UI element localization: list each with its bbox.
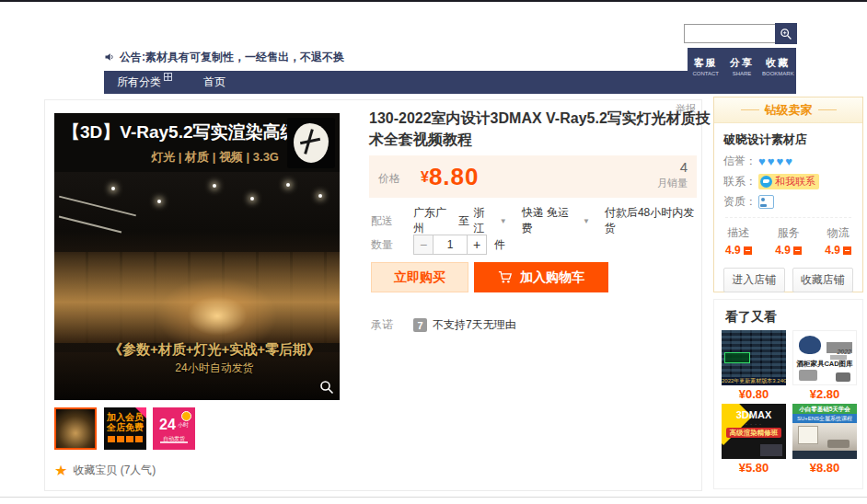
contact-sublabel: CONTACT [688, 71, 723, 76]
monthly-sales: 4 月销量 [657, 159, 688, 190]
gallery-thumbnail-selected[interactable] [54, 407, 97, 450]
zoom-icon[interactable] [319, 380, 334, 395]
furniture-shape [836, 372, 850, 382]
quantity-unit: 件 [494, 237, 505, 253]
related-thumb-caption: 2022年更新素材版本3.24G [722, 377, 786, 385]
credit-label: 信誉： [723, 154, 757, 169]
nav-all-categories-label: 所有分类 [117, 74, 161, 90]
share-label: 分享 [723, 56, 759, 70]
thumb-auto-big: 24 [159, 417, 176, 433]
shop-name[interactable]: 破晓设计素材店 [723, 132, 853, 148]
promise-row: 承诺 7 不支持7天无理由 [371, 317, 516, 333]
promise-text: 不支持7天无理由 [433, 317, 516, 333]
quantity-minus-button[interactable]: − [413, 235, 434, 255]
bookmark-button[interactable]: 收藏 BOOKMARK [760, 48, 796, 94]
related-item-3[interactable]: 3DMAX · · · · 高级渲染精修班 ¥5.80 [722, 404, 786, 477]
ceiling-spotlight [213, 184, 216, 188]
image-bottom-captions: 《参数+材质+灯光+实战+零后期》 24小时自动发货 [91, 341, 338, 376]
search-input[interactable] [684, 24, 777, 43]
star-icon[interactable]: ★ [54, 464, 67, 478]
share-button[interactable]: 分享 SHARE [723, 48, 759, 94]
top-divider [0, 0, 867, 2]
thumb-year: 2022 [837, 349, 851, 355]
monthly-sales-value: 4 [657, 159, 688, 175]
share-sublabel: SHARE [723, 71, 759, 76]
currency-symbol: ¥ [421, 169, 429, 185]
contact-button[interactable]: 客服 CONTACT [688, 48, 723, 94]
contact-label: 客服 [688, 56, 723, 70]
favorite-item-row: ★ 收藏宝贝 (7人气) [54, 463, 156, 478]
delivery-region-select[interactable]: 广东广州 至 浙江 ▼ [413, 205, 509, 236]
related-item-4[interactable]: 小白零基础5天学会 SU+ENS全屋系统课程 ¥8.80 [792, 404, 857, 477]
tiny-subtitle-texture: · · · · [722, 421, 786, 427]
enter-shop-button[interactable]: 进入店铺 [723, 268, 785, 292]
monthly-sales-label: 月销量 [657, 177, 688, 190]
shipping-select[interactable]: 快递 免运费 ▼ [522, 205, 592, 236]
green-label-block [724, 352, 750, 363]
nav-all-categories[interactable]: 所有分类 [117, 74, 172, 90]
related-price: ¥2.80 [792, 387, 857, 401]
price-label: 价格 [378, 171, 400, 187]
clock-badge-icon [181, 411, 191, 421]
related-thumb-3: 3DMAX · · · · 高级渲染精修班 [722, 404, 786, 459]
related-thumb-title: 酒柜家具CAD图库 [793, 360, 856, 369]
related-item-2[interactable]: 2022 酒柜家具CAD图库 ¥2.80 [792, 330, 857, 404]
related-price: ¥8.80 [792, 461, 857, 475]
cart-icon [498, 270, 513, 284]
buy-now-button[interactable]: 立即购买 [371, 262, 468, 292]
product-main-image[interactable]: 【3D】V-Ray5.2写实渲染高级教程 灯光 | 材质 | 视频 | 3.3G [54, 113, 340, 400]
thumb-member-line1: 加入会员 [104, 412, 146, 422]
rating-service: 服务 4.9 [775, 225, 802, 257]
ceiling-spotlight [111, 187, 115, 190]
seller-level-title: 钻级卖家 [765, 102, 813, 119]
thumb-member-line2: 全店免费 [104, 422, 146, 432]
quantity-label: 数量 [371, 237, 413, 253]
ceiling-spotlight [157, 200, 161, 203]
chevron-down-icon: ▼ [583, 217, 590, 225]
add-to-cart-button[interactable]: 加入购物车 [474, 262, 608, 292]
related-thumb-2: 2022 酒柜家具CAD图库 [792, 330, 857, 385]
related-thumb-1: 2022年更新素材版本3.24G [722, 330, 786, 385]
rating-description: 描述 4.9 [725, 225, 752, 257]
window-shape [798, 426, 818, 444]
nav-home[interactable]: 首页 [203, 74, 225, 90]
related-panel: 看了又看 2022年更新素材版本3.24G ¥0.80 2022 酒柜家具CAD… [713, 299, 863, 489]
wangwang-icon [760, 176, 772, 188]
promise-label: 承诺 [371, 317, 413, 333]
wangwang-contact-button[interactable]: 和我联系 [758, 174, 819, 189]
search-icon [780, 28, 792, 40]
price-value: ¥8.80 [421, 163, 480, 191]
product-title: 130-2022室内设计3DMAX V-Ray5.2写实灯光材质技术全套视频教程 [369, 108, 711, 150]
related-thumb-banner: 高级渲染精修班 [726, 428, 781, 438]
sofa-shape [827, 440, 850, 448]
image-caption-2: 24小时自动发货 [91, 361, 338, 376]
bottom-caption-band [792, 451, 857, 459]
delivery-label: 配送 [371, 213, 413, 229]
main-navbar: 所有分类 首页 [104, 71, 688, 94]
ceiling-spotlight [250, 197, 254, 200]
favorite-item-label[interactable]: 收藏宝贝 (7人气) [73, 463, 156, 478]
image-overlay-subtitle: 灯光 | 材质 | 视频 | 3.3G [151, 149, 279, 166]
bookmark-sublabel: BOOKMARK [760, 71, 796, 76]
grid-icon [164, 73, 172, 81]
bookmark-label: 收藏 [760, 56, 796, 70]
gallery-thumbnail-membership[interactable]: 加入会员 全店免费 [104, 407, 146, 450]
ceiling-spotlight [286, 183, 290, 187]
quantity-input[interactable]: 1 [434, 235, 467, 255]
bottom-divider [0, 497, 867, 498]
ceiling-light-strip [59, 196, 136, 217]
id-card-icon[interactable] [758, 195, 774, 209]
level-flat-icon [843, 246, 851, 255]
related-item-1[interactable]: 2022年更新素材版本3.24G ¥0.80 [722, 330, 786, 404]
brand-seal-logo [287, 118, 335, 168]
quantity-plus-button[interactable]: + [467, 235, 487, 255]
favorite-shop-button[interactable]: 收藏店铺 [792, 268, 854, 292]
wangwang-label: 和我联系 [775, 175, 815, 189]
blue-chair-shape [799, 336, 821, 354]
price-box: 价格 ¥8.80 4 月销量 [369, 155, 697, 198]
search-button[interactable] [775, 23, 797, 44]
related-thumb-line1: 小白零基础5天学会 [792, 404, 857, 414]
shop-ratings: 描述 4.9 服务 4.9 物流 4.9 [725, 217, 851, 257]
gallery-thumbnail-autoship[interactable]: 24 小时 自动发货 [153, 407, 195, 450]
rating-value: 4.9 [725, 244, 741, 257]
